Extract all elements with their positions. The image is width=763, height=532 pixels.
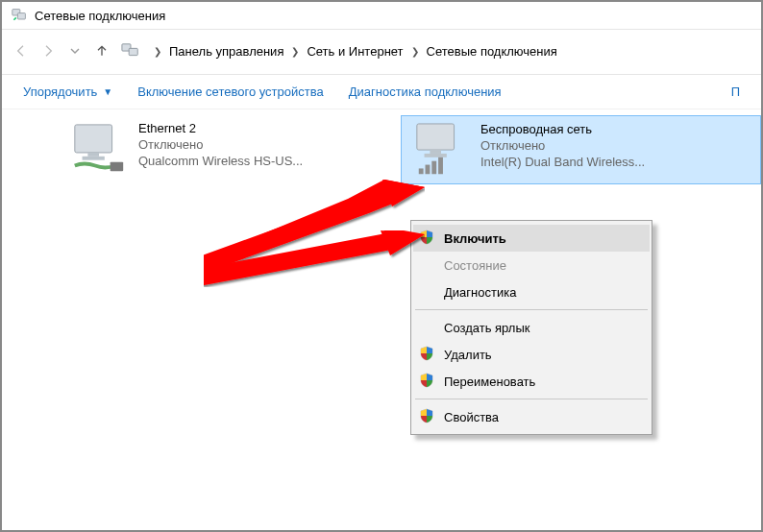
context-delete-label: Удалить <box>444 348 492 362</box>
connection-device: Qualcomm Wireless HS-US... <box>138 154 303 168</box>
toolbar-truncated[interactable]: П <box>731 85 740 99</box>
annotation-arrow <box>204 180 425 271</box>
shield-icon <box>419 230 436 247</box>
context-properties[interactable]: Свойства <box>413 403 650 430</box>
chevron-right-icon: ❯ <box>154 46 161 57</box>
nav-up-button[interactable] <box>88 37 115 64</box>
breadcrumb-mid[interactable]: Сеть и Интернет <box>303 40 406 62</box>
connection-status: Отключено <box>480 138 645 153</box>
svg-rect-10 <box>425 154 447 157</box>
chevron-down-icon: ▼ <box>103 86 112 97</box>
connection-name: Ethernet 2 <box>138 121 303 135</box>
nav-forward-button[interactable] <box>35 37 62 64</box>
annotation-arrow <box>204 230 425 288</box>
context-rename-label: Переименовать <box>444 375 535 389</box>
svg-rect-7 <box>111 162 124 172</box>
connection-status: Отключено <box>138 137 303 152</box>
shield-icon <box>419 408 436 425</box>
context-separator <box>415 309 648 310</box>
connection-name: Беспроводная сеть <box>480 122 645 136</box>
breadcrumb-icon <box>121 42 140 60</box>
context-diagnose[interactable]: Диагностика <box>413 278 650 305</box>
svg-rect-9 <box>430 150 441 154</box>
breadcrumb-leaf[interactable]: Сетевые подключения <box>423 40 561 62</box>
context-status: Состояние <box>413 252 650 278</box>
organize-button[interactable]: Упорядочить ▼ <box>23 85 112 99</box>
context-status-label: Состояние <box>444 258 506 273</box>
toolbar: Упорядочить ▼ Включение сетевого устройс… <box>2 75 761 109</box>
breadcrumb: ❯ Панель управления ❯ Сеть и Интернет ❯ … <box>150 40 561 62</box>
nav-recent-dropdown[interactable] <box>62 37 88 64</box>
context-shortcut-label: Создать ярлык <box>444 321 529 335</box>
context-diagnose-label: Диагностика <box>444 285 516 300</box>
svg-rect-8 <box>417 124 455 150</box>
wireless-adapter-icon <box>411 122 471 178</box>
organize-label: Упорядочить <box>23 85 97 99</box>
window-title: Сетевые подключения <box>35 9 165 23</box>
connection-item-wireless[interactable]: Беспроводная сеть Отключено Intel(R) Dua… <box>401 115 761 184</box>
svg-rect-5 <box>87 153 99 157</box>
ethernet-adapter-icon <box>69 121 129 177</box>
context-menu: Включить Состояние Диагностика Создать я… <box>410 220 652 435</box>
shield-icon <box>419 373 436 390</box>
svg-rect-1 <box>17 13 25 19</box>
svg-rect-6 <box>83 157 105 160</box>
connections-pane: Ethernet 2 Отключено Qualcomm Wireless H… <box>2 109 761 184</box>
context-delete[interactable]: Удалить <box>413 341 650 368</box>
connection-item-ethernet[interactable]: Ethernet 2 Отключено Qualcomm Wireless H… <box>60 115 420 184</box>
address-bar: ❯ Панель управления ❯ Сеть и Интернет ❯ … <box>2 30 761 75</box>
context-enable[interactable]: Включить <box>413 225 650 252</box>
nav-back-button[interactable] <box>8 37 35 64</box>
breadcrumb-root[interactable]: Панель управления <box>165 40 287 62</box>
enable-device-button[interactable]: Включение сетевого устройства <box>137 85 323 99</box>
titlebar: Сетевые подключения <box>2 2 761 30</box>
connection-device: Intel(R) Dual Band Wireless... <box>480 155 645 169</box>
context-properties-label: Свойства <box>444 410 499 424</box>
svg-marker-15 <box>204 180 425 271</box>
svg-rect-4 <box>75 125 112 153</box>
svg-rect-13 <box>431 161 436 175</box>
network-connections-icon <box>12 8 27 23</box>
diagnose-connection-button[interactable]: Диагностика подключения <box>349 85 502 99</box>
shield-icon <box>419 346 436 363</box>
svg-rect-3 <box>129 48 137 55</box>
svg-rect-12 <box>425 165 430 175</box>
context-enable-label: Включить <box>444 231 506 246</box>
context-separator <box>415 399 648 399</box>
svg-rect-14 <box>438 157 443 174</box>
chevron-right-icon: ❯ <box>411 46 419 57</box>
context-create-shortcut[interactable]: Создать ярлык <box>413 314 650 341</box>
context-rename[interactable]: Переименовать <box>413 368 650 395</box>
svg-rect-11 <box>419 168 424 174</box>
chevron-right-icon: ❯ <box>291 46 299 57</box>
